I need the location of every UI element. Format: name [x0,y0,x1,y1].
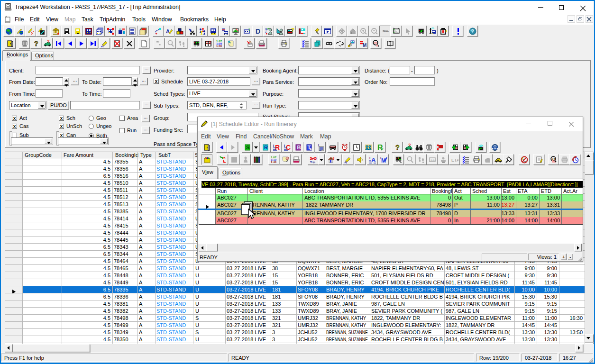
svg-text:I: I [284,144,285,148]
svg-text:?: ? [47,40,50,44]
svg-text:M: M [363,43,366,47]
svg-text:A: A [371,156,376,164]
svg-text:R: R [264,145,268,150]
svg-text:?: ? [408,144,411,147]
svg-text:R: R [377,144,383,151]
svg-text:1: 1 [206,41,208,44]
svg-text:B: B [297,145,301,150]
svg-text:R: R [275,144,280,151]
svg-text:?: ? [34,40,38,47]
svg-text:?: ? [471,28,474,34]
svg-text:S: S [246,145,249,150]
svg-text:ETA: ETA [451,158,458,163]
svg-text:C: C [286,144,291,151]
svg-text:1.1.1: 1.1.1 [430,158,436,161]
svg-text:Q: Q [552,157,555,161]
svg-text:?: ? [332,156,335,161]
svg-text:Street: Street [383,29,389,32]
svg-text:s: s [310,146,312,151]
svg-text:1:40: 1:40 [216,45,222,47]
svg-text:1:40: 1:40 [271,161,277,164]
svg-text:?: ? [395,144,400,151]
svg-text:Trip: Trip [310,161,315,164]
svg-text:2: 2 [209,41,211,44]
svg-text:I: I [273,144,274,148]
svg-text:D: D [256,27,260,35]
svg-text:5: 5 [223,156,226,160]
svg-text:?: ? [291,27,294,34]
svg-text:I: I [369,156,370,160]
